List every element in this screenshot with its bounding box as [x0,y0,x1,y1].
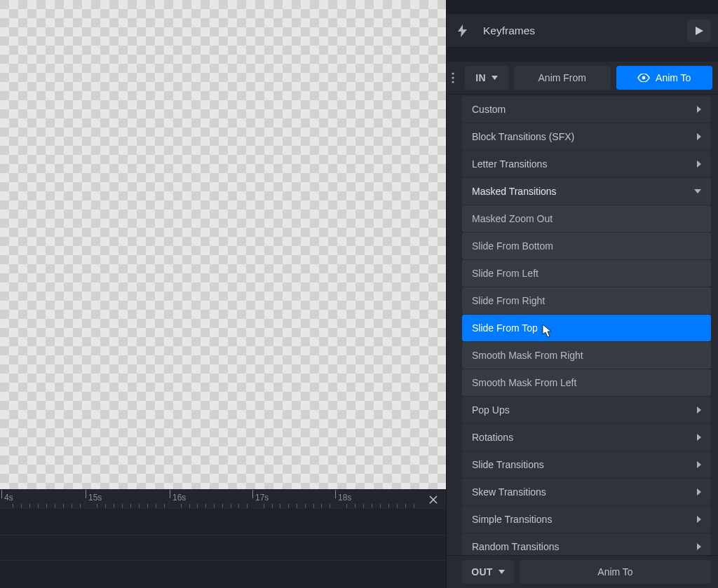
transition-item[interactable]: Slide From Right [462,287,711,314]
transition-item-label: Slide From Bottom [472,240,553,252]
out-tab-row: OUT Anim To [447,555,718,588]
ruler-major-label: 17s [255,493,269,502]
transition-category[interactable]: Skew Transitions [462,479,711,505]
chevron-right-icon [697,106,701,113]
category-label: Skew Transitions [472,486,697,498]
ruler-major-label: 4s [4,493,13,502]
svg-point-0 [452,72,454,74]
ruler-major-label: 16s [172,493,186,502]
out-anim-to-label: Anim To [597,566,632,577]
svg-point-2 [452,81,454,83]
transition-list: CustomBlock Transitions (SFX)Letter Tran… [447,95,718,555]
panel-header: Keyframes [447,14,718,48]
caret-down-icon [492,76,498,80]
chevron-right-icon [697,461,701,468]
category-label: Random Transitions [472,541,697,552]
in-toggle-label: IN [475,72,486,83]
transition-item[interactable]: Smooth Mask From Left [462,369,711,396]
chevron-right-icon [697,133,701,140]
anim-to-label: Anim To [656,72,691,83]
chevron-right-icon [697,516,701,523]
chevron-right-icon [697,488,701,495]
in-toggle[interactable]: IN [465,66,508,90]
transition-item[interactable]: Smooth Mask From Right [462,342,711,369]
transition-item-label: Slide From Left [472,268,538,279]
category-label: Masked Transitions [472,186,694,197]
transition-item-label: Slide From Top [472,322,538,334]
svg-point-1 [452,76,454,78]
transition-category[interactable]: Letter Transitions [462,151,711,177]
transition-item-label: Smooth Mask From Left [472,377,576,388]
ruler-major-label: 18s [338,493,351,502]
transition-category[interactable]: Masked Transitions [462,178,711,205]
more-vertical-icon [452,72,454,83]
anim-from-tab[interactable]: Anim From [514,66,611,90]
play-icon [696,27,703,35]
eye-icon [637,74,650,82]
transition-item-label: Smooth Mask From Right [472,350,583,361]
transition-category[interactable]: Random Transitions [462,533,711,555]
chevron-right-icon [697,406,701,413]
play-button[interactable] [687,20,711,42]
caret-down-icon [499,570,505,574]
transition-category[interactable]: Rotations [462,424,711,451]
panel-title: Keyframes [483,25,675,37]
mouse-cursor-icon [542,324,553,338]
keyframes-icon [454,22,470,39]
category-label: Custom [472,104,697,115]
in-tab-row: IN Anim From Anim To [447,62,718,95]
keyframes-panel: Keyframes IN Anim From [446,0,718,588]
anim-from-label: Anim From [538,72,586,83]
transition-category[interactable]: Slide Transitions [462,451,711,478]
transition-item[interactable]: Slide From Bottom [462,233,711,259]
category-label: Simple Transitions [472,514,697,525]
chevron-right-icon [697,160,701,167]
preview-canvas[interactable] [0,0,446,489]
anim-to-tab[interactable]: Anim To [616,66,713,90]
chevron-right-icon [697,434,701,441]
chevron-right-icon [697,543,701,550]
out-toggle-label: OUT [471,566,492,577]
chevron-down-icon [694,189,701,193]
transition-category[interactable]: Custom [462,96,711,123]
timeline-tracks[interactable] [0,510,446,588]
category-label: Slide Transitions [472,459,697,470]
transition-category[interactable]: Simple Transitions [462,506,711,533]
category-label: Letter Transitions [472,158,697,170]
out-anim-to-tab[interactable]: Anim To [520,560,711,584]
transition-item-label: Masked Zoom Out [472,213,553,224]
transition-item-label: Slide From Right [472,295,545,306]
transition-category[interactable]: Pop Ups [462,397,711,423]
transition-item[interactable]: Slide From Left [462,260,711,287]
transition-item[interactable]: Slide From Top [462,315,711,341]
timeline-ruler[interactable]: 4s15s16s17s18s [0,489,446,510]
svg-point-3 [642,76,646,80]
close-icon [428,494,439,505]
timeline-close-button[interactable] [421,489,446,510]
category-label: Pop Ups [472,404,697,416]
editor-left-pane: 4s15s16s17s18s [0,0,446,588]
more-menu-button[interactable] [447,72,459,83]
transition-item[interactable]: Masked Zoom Out [462,205,711,232]
transition-category[interactable]: Block Transitions (SFX) [462,123,711,150]
category-label: Rotations [472,432,697,443]
category-label: Block Transitions (SFX) [472,131,697,142]
out-toggle[interactable]: OUT [462,560,514,584]
ruler-major-label: 15s [88,493,102,502]
